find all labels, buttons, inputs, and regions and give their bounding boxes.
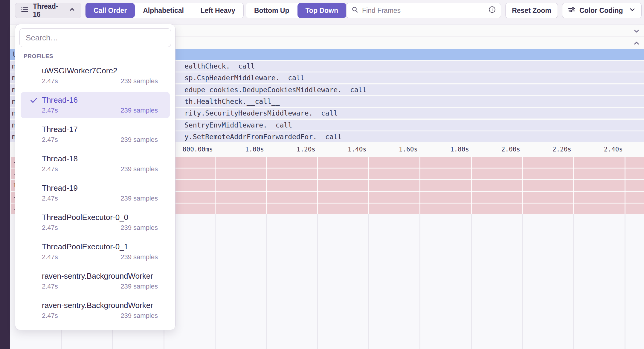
- axis-tick-label: 2.00s: [501, 146, 520, 153]
- checkmark-icon: [30, 96, 38, 106]
- sort-mode-tabs: Call Order Alphabetical Left Heavy: [85, 3, 244, 18]
- profile-samples: 239 samples: [120, 224, 158, 232]
- gridline: [471, 214, 472, 349]
- profile-option-thread-18[interactable]: Thread-18 2.47s 239 samples: [21, 151, 170, 177]
- frame-text: y.SetRemoteAddrFromForwardedFor.__call__: [184, 133, 350, 141]
- tab-bottom-up[interactable]: Bottom Up: [246, 3, 297, 18]
- profile-samples: 239 samples: [120, 77, 158, 85]
- profile-samples: 239 samples: [120, 253, 158, 261]
- axis-tick-label: 1.80s: [450, 146, 469, 153]
- gridline: [625, 214, 625, 349]
- tab-alphabetical[interactable]: Alphabetical: [135, 3, 192, 18]
- gridline: [317, 214, 318, 349]
- toolbar: Thread-16 Call Order Alphabetical Left H…: [10, 0, 644, 25]
- frame-text: edupe_cookies.DedupeCookiesMiddleware.__…: [184, 86, 375, 94]
- profile-option-threadpoolexecutor-0-1[interactable]: ThreadPoolExecutor-0_1 2.47s 239 samples: [21, 239, 170, 265]
- direction-tabs: Bottom Up Top Down: [246, 3, 347, 18]
- frame-text: sp.CspHeaderMiddleware.__call__: [184, 74, 313, 82]
- frame-text: SentryEnvMiddleware.__call__: [184, 121, 300, 129]
- profile-duration: 2.47s: [42, 107, 58, 114]
- profile-option-thread-19[interactable]: Thread-19 2.47s 239 samples: [21, 180, 170, 206]
- profile-samples: 239 samples: [120, 136, 158, 144]
- chevron-up-icon[interactable]: [633, 39, 640, 48]
- profile-duration: 2.47s: [42, 136, 58, 144]
- axis-tick-label: 1.40s: [348, 146, 367, 153]
- profile-duration: 2.47s: [42, 253, 58, 261]
- gridline: [266, 157, 267, 214]
- profiles-section-label: PROFILES: [24, 53, 171, 60]
- list-icon: [21, 6, 29, 16]
- frame-text: th.HealthCheck.__call__: [184, 98, 280, 105]
- gridline: [317, 157, 318, 214]
- search-icon: [351, 6, 358, 15]
- thread-selector-button[interactable]: Thread-16: [15, 3, 81, 18]
- gridline: [368, 157, 369, 214]
- info-icon[interactable]: [488, 6, 496, 15]
- gridline: [419, 214, 420, 349]
- profile-option-thread-17[interactable]: Thread-17 2.47s 239 samples: [21, 121, 170, 148]
- profile-samples: 239 samples: [120, 283, 158, 290]
- profile-name: Thread-16: [42, 95, 158, 104]
- sliders-icon: [568, 6, 576, 16]
- profile-option-threadpoolexecutor-0-0[interactable]: ThreadPoolExecutor-0_0 2.47s 239 samples: [21, 209, 170, 236]
- frame-text: ealthCheck.__call__: [184, 62, 263, 70]
- gridline: [522, 214, 523, 349]
- axis-tick-label: 1.60s: [399, 146, 418, 153]
- profile-option-uwsgiworker7core2[interactable]: uWSGIWorker7Core2 2.47s 239 samples: [21, 63, 170, 89]
- axis-tick-label: 1.00s: [245, 146, 264, 153]
- profile-name: raven-sentry.BackgroundWorker: [42, 271, 158, 280]
- profile-samples: 239 samples: [120, 195, 158, 202]
- chevron-down-icon[interactable]: [633, 27, 640, 36]
- gridline: [471, 157, 472, 214]
- profile-option-raven-sentry-backgroundworker-1[interactable]: raven-sentry.BackgroundWorker 2.47s 239 …: [21, 268, 170, 294]
- reset-zoom-button[interactable]: Reset Zoom: [505, 3, 558, 18]
- gridline: [215, 214, 216, 349]
- profiles-dropdown: PROFILES uWSGIWorker7Core2 2.47s 239 sam…: [15, 24, 176, 330]
- profile-duration: 2.47s: [42, 165, 58, 173]
- profile-duration: 2.47s: [42, 195, 58, 202]
- profile-name: Thread-18: [42, 154, 158, 163]
- thread-selector-label: Thread-16: [33, 2, 64, 19]
- profile-name: Thread-17: [42, 125, 158, 134]
- frame-text: rity.SecurityHeadersMiddleware.__call__: [184, 109, 346, 117]
- profile-name: uWSGIWorker7Core2: [42, 66, 158, 75]
- profile-name: ThreadPoolExecutor-0_1: [42, 242, 158, 251]
- profiles-search-input[interactable]: [19, 28, 171, 47]
- tab-left-heavy[interactable]: Left Heavy: [192, 3, 243, 18]
- gridline: [368, 214, 369, 349]
- axis-tick-label: 1.20s: [297, 146, 315, 153]
- gridline: [625, 157, 625, 214]
- color-coding-button[interactable]: Color Coding: [562, 3, 642, 18]
- profile-duration: 2.47s: [42, 283, 58, 290]
- gridline: [266, 214, 267, 349]
- app-sidebar-strip: [0, 0, 10, 349]
- chevron-up-icon: [68, 6, 76, 15]
- profile-name: raven-sentry.BackgroundWorker: [42, 301, 158, 310]
- gridline: [215, 157, 216, 214]
- profile-duration: 2.47s: [42, 312, 58, 320]
- axis-tick-label: 800.00ms: [183, 146, 213, 153]
- tab-top-down[interactable]: Top Down: [297, 3, 346, 18]
- color-coding-label: Color Coding: [579, 7, 625, 15]
- profile-name: ThreadPoolExecutor-0_0: [42, 213, 158, 222]
- profile-option-thread-16[interactable]: Thread-16 2.47s 239 samples: [21, 92, 170, 118]
- profile-samples: 239 samples: [120, 312, 158, 320]
- gridline: [573, 214, 574, 349]
- find-frames-field[interactable]: [346, 3, 501, 18]
- profile-samples: 239 samples: [120, 107, 158, 114]
- find-frames-input[interactable]: [362, 7, 485, 15]
- profile-duration: 2.47s: [42, 224, 58, 232]
- gridline: [419, 157, 420, 214]
- profile-option-raven-sentry-backgroundworker-2[interactable]: raven-sentry.BackgroundWorker 2.47s 239 …: [21, 297, 170, 324]
- axis-tick-label: 2.40s: [604, 146, 623, 153]
- profile-name: Thread-19: [42, 183, 158, 192]
- axis-tick-label: 2.20s: [553, 146, 571, 153]
- gridline: [573, 157, 574, 214]
- gridline: [522, 157, 523, 214]
- tab-call-order[interactable]: Call Order: [86, 3, 135, 18]
- reset-zoom-label: Reset Zoom: [512, 7, 551, 15]
- chevron-down-icon: [629, 6, 636, 15]
- profile-duration: 2.47s: [42, 77, 58, 85]
- profile-samples: 239 samples: [120, 165, 158, 173]
